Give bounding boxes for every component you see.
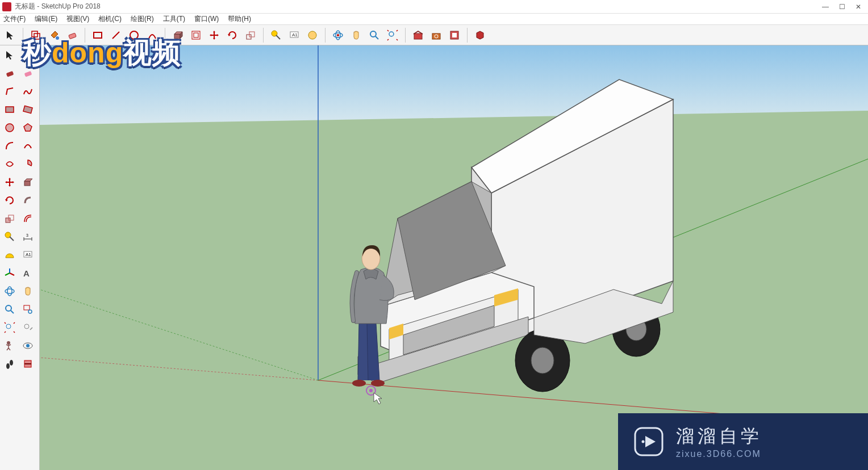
svg-text:3: 3 [26,233,28,237]
axes-tool-lt[interactable] [1,265,18,282]
paint-tool-2[interactable] [304,27,320,43]
section-plane-tool-lt[interactable] [19,355,36,372]
2point-arc-tool-lt[interactable] [19,137,36,154]
svg-point-19 [337,34,339,36]
arc-tool[interactable] [144,27,160,43]
svg-rect-28 [6,71,14,77]
svg-point-91 [352,380,366,387]
svg-text:A1: A1 [292,32,298,37]
menubar: 文件(F) 编辑(E) 视图(V) 相机(C) 绘图(R) 工具(T) 窗口(W… [0,14,868,25]
paint-bucket-tool[interactable] [46,27,62,43]
menu-camera[interactable]: 相机(C) [98,14,122,24]
pie-tool-lt[interactable] [19,156,36,173]
svg-rect-8 [192,31,200,39]
position-camera-tool-lt[interactable] [1,337,18,354]
lasso-tool-lt[interactable] [19,47,36,64]
svg-point-51 [6,305,11,311]
line-tool-lt[interactable] [1,83,18,100]
close-button[interactable]: ✕ [856,3,861,11]
push-pull-tool-lt[interactable] [19,174,36,191]
text-tool[interactable]: A1 [286,27,302,43]
svg-point-56 [24,324,29,329]
rotate-tool-lt[interactable] [1,192,18,209]
maximize-button[interactable]: ☐ [839,3,845,11]
menu-edit[interactable]: 编辑(E) [35,14,57,24]
svg-point-54 [28,310,32,313]
left-toolbar: 3 A1 A [0,45,40,470]
extension-manager-tool[interactable] [472,27,488,43]
eraser-tool-lt[interactable] [1,65,18,82]
3d-text-tool-lt[interactable]: A [19,265,36,282]
svg-point-2 [56,36,59,40]
menu-file[interactable]: 文件(F) [3,14,26,24]
walk-tool-lt[interactable] [1,355,18,372]
look-around-tool-lt[interactable] [19,337,36,354]
viewport-3d[interactable] [40,45,868,470]
zoom-extents-tool-lt[interactable] [1,319,18,336]
eraser-tool[interactable] [64,27,80,43]
text-label-tool-lt[interactable]: A1 [19,246,36,263]
move-tool-lt[interactable] [1,174,18,191]
menu-view[interactable]: 视图(V) [66,14,89,24]
scale-tool-lt[interactable] [1,210,18,227]
titlebar: 无标题 - SketchUp Pro 2018 — ☐ ✕ [0,0,868,14]
select-tool-lt[interactable] [1,47,18,64]
arc-tool-lt[interactable] [1,137,18,154]
svg-line-21 [375,36,378,39]
menu-tools[interactable]: 工具(T) [163,14,185,24]
select-tool[interactable] [2,27,18,43]
svg-rect-53 [24,305,30,310]
menu-help[interactable]: 帮助(H) [228,14,251,24]
svg-point-55 [6,324,11,329]
svg-rect-1 [34,33,40,39]
svg-line-5 [112,32,119,39]
orbit-tool-lt[interactable] [1,283,18,300]
svg-point-22 [389,32,394,36]
svg-line-13 [276,35,280,39]
extension-warehouse-tool[interactable] [428,27,444,43]
rotated-rect-tool-lt[interactable] [19,101,36,118]
circle-tool[interactable] [126,27,142,43]
3d-warehouse-tool[interactable] [410,27,426,43]
rectangle-tool-lt[interactable] [1,101,18,118]
zoom-tool[interactable] [366,27,382,43]
minimize-button[interactable]: — [822,3,829,11]
menu-window[interactable]: 窗口(W) [194,14,219,24]
offset-tool-lt[interactable] [19,210,36,227]
move-tool[interactable] [206,27,222,43]
circle-tool-lt[interactable] [1,119,18,136]
svg-point-32 [6,124,14,132]
svg-point-57 [7,341,10,345]
polygon-tool-lt[interactable] [19,119,36,136]
zoom-extents-tool[interactable] [385,27,400,43]
push-pull-tool[interactable] [170,27,186,43]
tape-measure-tool-lt[interactable] [1,228,18,245]
scale-tool[interactable] [243,27,258,43]
pan-tool-lt[interactable] [19,283,36,300]
svg-rect-4 [94,32,102,38]
zoom-window-tool-lt[interactable] [19,301,36,318]
rectangle-tool[interactable] [90,27,106,43]
svg-line-46 [10,273,14,275]
svg-text:A1: A1 [26,252,31,257]
eraser-soft-tool-lt[interactable] [19,65,36,82]
make-component-tool[interactable] [28,27,44,43]
previous-view-tool-lt[interactable] [19,319,36,336]
zoom-tool-lt[interactable] [1,301,18,318]
offset-tool[interactable] [188,27,204,43]
svg-rect-30 [6,107,14,112]
svg-line-38 [10,237,14,241]
orbit-tool[interactable] [330,27,346,43]
freehand-tool-lt[interactable] [19,83,36,100]
rotate-tool[interactable] [224,27,240,43]
protractor-tool-lt[interactable] [1,246,18,263]
svg-point-92 [371,380,385,387]
pan-tool[interactable] [348,27,364,43]
menu-draw[interactable]: 绘图(R) [131,14,154,24]
tape-measure-tool[interactable] [268,27,284,43]
dimension-tool-lt[interactable]: 3 [19,228,36,245]
send-to-layout-tool[interactable] [446,27,462,43]
line-tool[interactable] [108,27,124,43]
3point-arc-tool-lt[interactable] [1,156,18,173]
follow-me-tool-lt[interactable] [19,192,36,209]
